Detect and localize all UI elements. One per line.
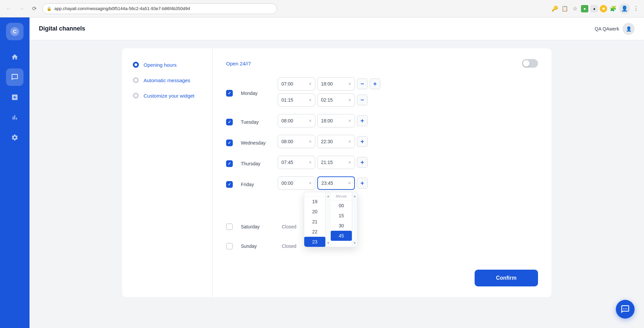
step-customize-widget[interactable]: Customize your widget bbox=[133, 93, 202, 99]
wednesday-checkbox[interactable] bbox=[226, 140, 233, 146]
hour-item-19[interactable]: 19 bbox=[304, 197, 325, 207]
url-bar[interactable]: 🔒 app.chayall.com/messaging/b0f5144a-56c… bbox=[42, 3, 277, 14]
monday-end-1[interactable]: 18:00 × bbox=[317, 77, 355, 91]
monday-range-2: 01:15 × 02:15 × − bbox=[278, 93, 538, 107]
minute-picker-header: Minute bbox=[331, 192, 352, 201]
monday-remove-range-2[interactable]: − bbox=[357, 95, 368, 105]
thursday-end-clear[interactable]: × bbox=[348, 160, 351, 165]
monday-remove-range-1[interactable]: − bbox=[357, 78, 368, 89]
monday-start-2-clear[interactable]: × bbox=[309, 98, 312, 102]
thursday-checkbox[interactable] bbox=[226, 160, 233, 167]
hour-item-22[interactable]: 22 bbox=[304, 227, 325, 237]
floating-chat-icon bbox=[621, 305, 630, 314]
monday-checkbox-wrap bbox=[226, 90, 241, 97]
browser-bar: ← → ⟳ 🔒 app.chayall.com/messaging/b0f514… bbox=[0, 0, 644, 17]
friday-start-clear[interactable]: × bbox=[309, 181, 312, 185]
screenshot-icon[interactable]: 📋 bbox=[561, 5, 569, 13]
stats-icon bbox=[11, 114, 18, 121]
extensions-icon[interactable]: 🧩 bbox=[609, 5, 617, 13]
time-picker-dropdown: 19 20 21 22 23 bbox=[304, 192, 358, 247]
friday-checkbox[interactable] bbox=[226, 181, 233, 188]
ext-gray-icon[interactable]: ⬧ bbox=[590, 5, 598, 12]
wednesday-end-clear[interactable]: × bbox=[348, 139, 351, 144]
tuesday-start[interactable]: 08:00 × bbox=[278, 114, 315, 127]
monday-end-1-clear[interactable]: × bbox=[348, 81, 351, 86]
menu-icon[interactable]: ⋮ bbox=[632, 5, 640, 13]
tuesday-checkbox[interactable] bbox=[226, 119, 233, 125]
tuesday-end-clear[interactable]: × bbox=[348, 118, 351, 123]
confirm-wrap: Confirm bbox=[226, 264, 538, 286]
step-automatic-messages[interactable]: Automatic messages bbox=[133, 77, 202, 83]
sunday-closed: Closed bbox=[282, 243, 297, 249]
tuesday-add-range[interactable]: + bbox=[357, 115, 368, 126]
profile-avatar[interactable]: 👤 bbox=[619, 3, 630, 14]
reload-button[interactable]: ⟳ bbox=[30, 4, 39, 13]
forward-button[interactable]: → bbox=[17, 4, 26, 13]
hour-item-23[interactable]: 23 bbox=[304, 237, 325, 247]
minute-item-45[interactable]: 45 bbox=[331, 231, 352, 241]
minute-item-15[interactable]: 15 bbox=[331, 211, 352, 221]
sidebar-logo[interactable]: C bbox=[6, 23, 23, 40]
saturday-row: Saturday Closed bbox=[226, 219, 538, 234]
minute-up-arrow[interactable]: ▲ bbox=[353, 194, 357, 199]
sunday-checkbox[interactable] bbox=[226, 243, 233, 250]
sidebar-item-add[interactable] bbox=[6, 89, 23, 106]
floating-chat-button[interactable] bbox=[616, 300, 635, 319]
monday-add-range-1[interactable]: + bbox=[370, 78, 380, 89]
sidebar-item-home[interactable] bbox=[6, 48, 23, 66]
monday-checkbox[interactable] bbox=[226, 90, 233, 97]
saturday-checkbox[interactable] bbox=[226, 223, 233, 230]
thursday-add-range[interactable]: + bbox=[357, 157, 368, 168]
sidebar-item-chat[interactable] bbox=[6, 68, 23, 86]
tuesday-start-clear[interactable]: × bbox=[309, 118, 312, 123]
hour-item-21[interactable]: 21 bbox=[304, 217, 325, 227]
monday-start-2[interactable]: 01:15 × bbox=[278, 93, 315, 107]
top-header: Digital channels QA QAwerk 👤 bbox=[30, 17, 644, 40]
monday-start-1-clear[interactable]: × bbox=[309, 81, 312, 86]
svg-text:C: C bbox=[13, 29, 17, 34]
bookmark-icon[interactable]: ☆ bbox=[571, 5, 579, 13]
lock-icon: 🔒 bbox=[47, 6, 52, 11]
confirm-button[interactable]: Confirm bbox=[475, 270, 538, 286]
friday-end-clear[interactable]: × bbox=[348, 181, 351, 185]
user-avatar[interactable]: 👤 bbox=[623, 23, 635, 35]
monday-end-2-clear[interactable]: × bbox=[348, 98, 351, 102]
minute-down-arrow[interactable]: ▼ bbox=[353, 240, 357, 245]
sidebar-item-settings[interactable] bbox=[6, 129, 23, 146]
thursday-start-clear[interactable]: × bbox=[309, 160, 312, 165]
friday-start[interactable]: 00:00 × bbox=[278, 176, 315, 190]
friday-add-range[interactable]: + bbox=[357, 178, 368, 188]
wednesday-start-clear[interactable]: × bbox=[309, 139, 312, 144]
ext-green-icon[interactable]: ● bbox=[581, 5, 588, 12]
hour-down-arrow[interactable]: ▼ bbox=[326, 240, 331, 245]
main-content: Digital channels QA QAwerk 👤 Opening hou… bbox=[30, 17, 644, 328]
minute-picker-arrows: ▲ ▼ bbox=[352, 192, 357, 247]
ext-yellow-icon[interactable]: ★ bbox=[600, 5, 607, 12]
minute-item-30[interactable]: 30 bbox=[331, 221, 352, 231]
user-area: QA QAwerk 👤 bbox=[595, 23, 635, 35]
thursday-end[interactable]: 21:15 × bbox=[317, 156, 355, 169]
wednesday-start[interactable]: 08:00 × bbox=[278, 135, 315, 148]
wednesday-end[interactable]: 22:30 × bbox=[317, 135, 355, 148]
password-icon[interactable]: 🔑 bbox=[551, 5, 559, 13]
hour-up-arrow[interactable]: ▲ bbox=[326, 194, 331, 199]
hour-picker-arrows: ▲ ▼ bbox=[325, 192, 331, 247]
user-name: QA QAwerk bbox=[595, 26, 619, 32]
thursday-row: Thursday 07:45 × 21:15 × bbox=[226, 156, 538, 172]
hour-item-20[interactable]: 20 bbox=[304, 207, 325, 217]
wednesday-row: Wednesday 08:00 × 22:30 × bbox=[226, 135, 538, 151]
friday-section: Friday 00:00 × bbox=[226, 176, 538, 193]
minute-item-00[interactable]: 00 bbox=[331, 201, 352, 211]
step-dot-active bbox=[133, 62, 139, 68]
back-button[interactable]: ← bbox=[4, 4, 13, 13]
wednesday-add-range[interactable]: + bbox=[357, 136, 368, 147]
open-247-toggle[interactable] bbox=[522, 59, 538, 68]
monday-end-2[interactable]: 02:15 × bbox=[317, 93, 355, 107]
tuesday-end[interactable]: 18:00 × bbox=[317, 114, 355, 127]
sidebar-item-stats[interactable] bbox=[6, 109, 23, 126]
thursday-start[interactable]: 07:45 × bbox=[278, 156, 315, 169]
step-opening-hours[interactable]: Opening hours bbox=[133, 62, 202, 68]
step-label-customize-widget: Customize your widget bbox=[144, 93, 195, 99]
monday-start-1[interactable]: 07:00 × bbox=[278, 77, 315, 91]
friday-end[interactable]: 23:45 × bbox=[317, 176, 355, 190]
